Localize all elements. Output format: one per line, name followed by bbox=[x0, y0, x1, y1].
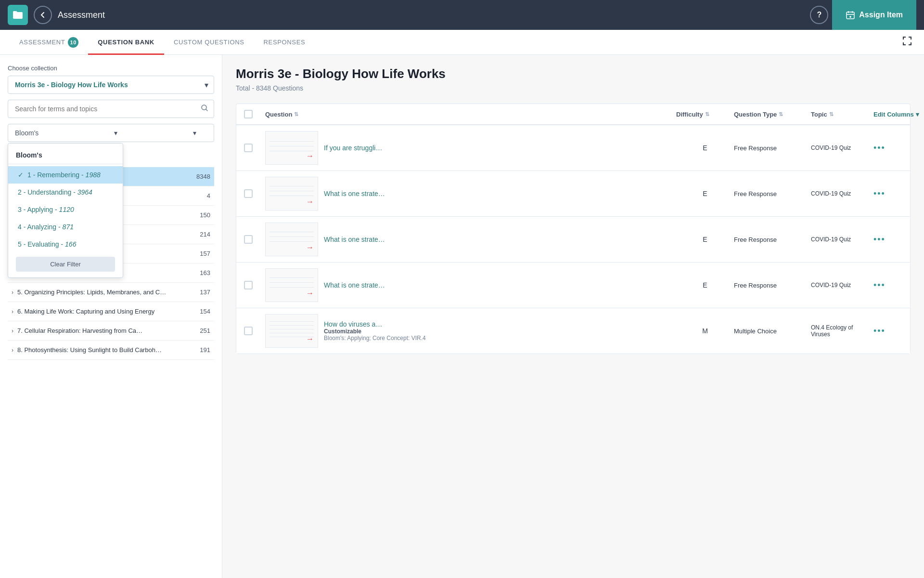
row4-checkbox-cell bbox=[244, 281, 265, 289]
chapter-name-7: 7. Cellular Respiration: Harvesting from… bbox=[17, 327, 200, 334]
row2-checkbox[interactable] bbox=[244, 189, 253, 198]
thumbnail-arrow-icon: → bbox=[306, 152, 314, 160]
question-table: Question ⇅ Difficulty ⇅ Question Type ⇅ … bbox=[236, 104, 911, 354]
row3-checkbox[interactable] bbox=[244, 235, 253, 244]
back-button[interactable] bbox=[34, 6, 52, 24]
chevron-right-icon-8: › bbox=[12, 347, 13, 354]
row3-more-button[interactable]: ••• bbox=[873, 235, 886, 245]
row5-question-link[interactable]: How do viruses a… bbox=[324, 320, 426, 328]
sidebar: Choose collection Morris 3e - Biology Ho… bbox=[0, 55, 222, 578]
row5-checkbox[interactable] bbox=[244, 327, 253, 335]
chapter-name-5: 5. Organizing Principles: Lipids, Membra… bbox=[17, 289, 200, 296]
row5-more-button[interactable]: ••• bbox=[873, 326, 886, 336]
row2-more-cell: ••• bbox=[873, 189, 902, 199]
chapter-count-8: 191 bbox=[200, 346, 210, 354]
qtype-sort-icon[interactable]: ⇅ bbox=[779, 111, 783, 118]
edit-columns-button[interactable]: Edit Columns ▾ bbox=[873, 111, 919, 118]
header-right: ? Assign Item bbox=[810, 0, 916, 30]
tab-custom-questions[interactable]: CUSTOM QUESTIONS bbox=[164, 30, 254, 55]
row5-topic: ON.4 Ecology of Viruses bbox=[811, 324, 873, 338]
chapter-count-covid: 4 bbox=[207, 192, 210, 199]
chapter-item-5[interactable]: › 5. Organizing Principles: Lipids, Memb… bbox=[8, 283, 214, 302]
thumbnail-arrow-icon: → bbox=[306, 243, 314, 252]
fullscreen-button[interactable] bbox=[900, 34, 914, 51]
row4-more-button[interactable]: ••• bbox=[873, 280, 886, 290]
chapter-count-3: 157 bbox=[200, 250, 210, 257]
chapter-item-7[interactable]: › 7. Cellular Respiration: Harvesting fr… bbox=[8, 321, 214, 341]
row1-more-button[interactable]: ••• bbox=[873, 143, 886, 153]
topic-sort-icon[interactable]: ⇅ bbox=[829, 111, 834, 118]
blooms-filter-label: Bloom's bbox=[15, 129, 38, 137]
thumbnail-line bbox=[270, 151, 314, 151]
thumbnail-line bbox=[270, 196, 314, 196]
thumbnail-line bbox=[270, 191, 314, 191]
row2-more-button[interactable]: ••• bbox=[873, 189, 886, 199]
row3-topic: COVID-19 Quiz bbox=[811, 236, 873, 243]
thumbnail-line bbox=[270, 232, 314, 232]
blooms-chevron-icon: ▾ bbox=[114, 129, 117, 137]
thumbnail-line bbox=[270, 287, 314, 288]
help-button[interactable]: ? bbox=[810, 6, 828, 24]
blooms-filter-button[interactable]: Bloom's ▾ bbox=[8, 124, 214, 142]
row5-thumbnail: → bbox=[265, 314, 318, 348]
blooms-item-5[interactable]: 5 - Evaluating - 166 bbox=[8, 236, 123, 253]
row1-checkbox[interactable] bbox=[244, 144, 253, 152]
row4-question-cell: → What is one strate… bbox=[265, 268, 676, 302]
row5-more-cell: ••• bbox=[873, 326, 902, 336]
row2-question-link[interactable]: What is one strate… bbox=[324, 190, 385, 197]
row1-question-link[interactable]: If you are struggli… bbox=[324, 144, 382, 152]
chapter-count-2: 214 bbox=[200, 231, 210, 238]
tab-assessment-label: ASSESSMENT bbox=[19, 39, 65, 46]
clear-filter-button[interactable]: Clear Filter bbox=[16, 257, 115, 272]
search-input[interactable] bbox=[8, 100, 214, 118]
chapter-item-6[interactable]: › 6. Making Life Work: Capturing and Usi… bbox=[8, 302, 214, 321]
blooms-item-1-label: 1 - Remembering - 1988 bbox=[27, 171, 101, 179]
blooms-item-4-label: 4 - Analyzing - 871 bbox=[18, 223, 74, 231]
question-sort-icon[interactable]: ⇅ bbox=[294, 111, 298, 118]
tab-responses[interactable]: RESPONSES bbox=[254, 30, 315, 55]
main-layout: Choose collection Morris 3e - Biology Ho… bbox=[0, 55, 924, 578]
row5-customizable-label: Customizable bbox=[324, 328, 426, 335]
folder-icon bbox=[8, 5, 28, 25]
table-row: → What is one strate… E Free Response CO… bbox=[236, 263, 910, 308]
chapter-count-6: 154 bbox=[200, 308, 210, 315]
th-topic-label: Topic bbox=[811, 111, 827, 118]
tab-assessment[interactable]: ASSESSMENT 10 bbox=[10, 30, 88, 55]
row2-difficulty: E bbox=[676, 190, 734, 197]
row3-question-cell: → What is one strate… bbox=[265, 223, 676, 256]
thumbnail-line bbox=[270, 325, 314, 326]
thumbnail-arrow-icon: → bbox=[306, 289, 314, 298]
blooms-item-4[interactable]: 4 - Analyzing - 871 bbox=[8, 218, 123, 236]
table-row: → What is one strate… E Free Response CO… bbox=[236, 171, 910, 217]
row3-question-link[interactable]: What is one strate… bbox=[324, 236, 385, 243]
blooms-item-3-label: 3 - Applying - 1120 bbox=[18, 206, 74, 213]
thumbnail-line bbox=[270, 282, 314, 283]
tab-question-bank[interactable]: QUESTION BANK bbox=[88, 30, 164, 55]
thumbnail-line bbox=[270, 236, 314, 237]
row1-question-cell: → If you are struggli… bbox=[265, 131, 676, 165]
row3-type: Free Response bbox=[734, 236, 811, 243]
difficulty-sort-icon[interactable]: ⇅ bbox=[705, 111, 709, 118]
row1-thumbnail: → bbox=[265, 131, 318, 165]
blooms-item-2[interactable]: 2 - Understanding - 3964 bbox=[8, 184, 123, 201]
thumbnail-line bbox=[270, 321, 314, 322]
row4-question-link[interactable]: What is one strate… bbox=[324, 281, 385, 289]
row1-more-cell: ••• bbox=[873, 143, 902, 153]
table-row: → What is one strate… E Free Response CO… bbox=[236, 217, 910, 263]
chapter-item-8[interactable]: › 8. Photosynthesis: Using Sunlight to B… bbox=[8, 341, 214, 360]
assign-item-button[interactable]: Assign Item bbox=[832, 0, 916, 30]
choose-collection-label: Choose collection bbox=[8, 65, 214, 72]
select-all-checkbox[interactable] bbox=[244, 110, 253, 118]
edit-cols-chevron-icon: ▾ bbox=[916, 111, 919, 118]
chapter-count-all: 8348 bbox=[196, 173, 210, 180]
blooms-item-1[interactable]: ✓ 1 - Remembering - 1988 bbox=[8, 166, 123, 184]
blooms-item-2-label: 2 - Understanding - 3964 bbox=[18, 188, 92, 196]
blooms-item-3[interactable]: 3 - Applying - 1120 bbox=[8, 201, 123, 218]
collection-select[interactable]: Morris 3e - Biology How Life Works bbox=[8, 76, 214, 94]
header: Assessment ? Assign Item bbox=[0, 0, 924, 30]
thumbnail-line bbox=[270, 333, 314, 333]
row4-topic: COVID-19 Quiz bbox=[811, 282, 873, 289]
row4-checkbox[interactable] bbox=[244, 281, 253, 289]
row2-thumbnail: → bbox=[265, 177, 318, 210]
thumbnail-line bbox=[270, 241, 314, 242]
